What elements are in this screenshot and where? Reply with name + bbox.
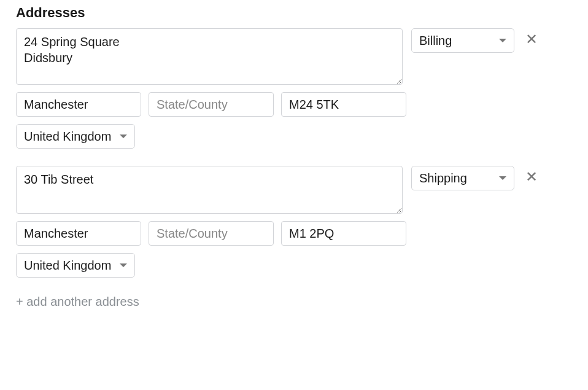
address-block: Shipping ✕ United Kingdom bbox=[16, 166, 572, 286]
remove-address-button[interactable]: ✕ bbox=[523, 31, 540, 48]
city-field[interactable] bbox=[16, 92, 141, 117]
close-icon: ✕ bbox=[525, 170, 538, 184]
state-field[interactable] bbox=[149, 221, 274, 246]
country-select[interactable]: United Kingdom bbox=[16, 253, 135, 278]
postal-field[interactable] bbox=[281, 221, 406, 246]
country-select[interactable]: United Kingdom bbox=[16, 124, 135, 149]
caret-down-icon bbox=[120, 263, 127, 267]
address-type-select[interactable]: Shipping bbox=[411, 166, 514, 190]
remove-address-button[interactable]: ✕ bbox=[523, 168, 540, 185]
country-label: United Kingdom bbox=[24, 130, 111, 144]
address-line-row bbox=[16, 92, 572, 117]
caret-down-icon bbox=[499, 39, 506, 42]
country-label: United Kingdom bbox=[24, 259, 111, 273]
street-textarea[interactable] bbox=[16, 28, 403, 85]
caret-down-icon bbox=[120, 135, 127, 138]
state-field[interactable] bbox=[149, 92, 274, 117]
close-icon: ✕ bbox=[525, 32, 538, 47]
address-top-row: Billing ✕ bbox=[16, 28, 572, 85]
city-field[interactable] bbox=[16, 221, 141, 246]
address-top-row: Shipping ✕ bbox=[16, 166, 572, 214]
street-textarea[interactable] bbox=[16, 166, 403, 214]
postal-field[interactable] bbox=[281, 92, 406, 117]
address-line-row bbox=[16, 221, 572, 246]
address-block: Billing ✕ United Kingdom bbox=[16, 28, 572, 157]
caret-down-icon bbox=[499, 176, 506, 180]
section-title: Addresses bbox=[16, 5, 572, 21]
add-another-address-link[interactable]: + add another address bbox=[16, 295, 139, 309]
address-type-select[interactable]: Billing bbox=[411, 28, 514, 53]
address-type-label: Billing bbox=[419, 34, 452, 48]
address-type-label: Shipping bbox=[419, 171, 467, 185]
